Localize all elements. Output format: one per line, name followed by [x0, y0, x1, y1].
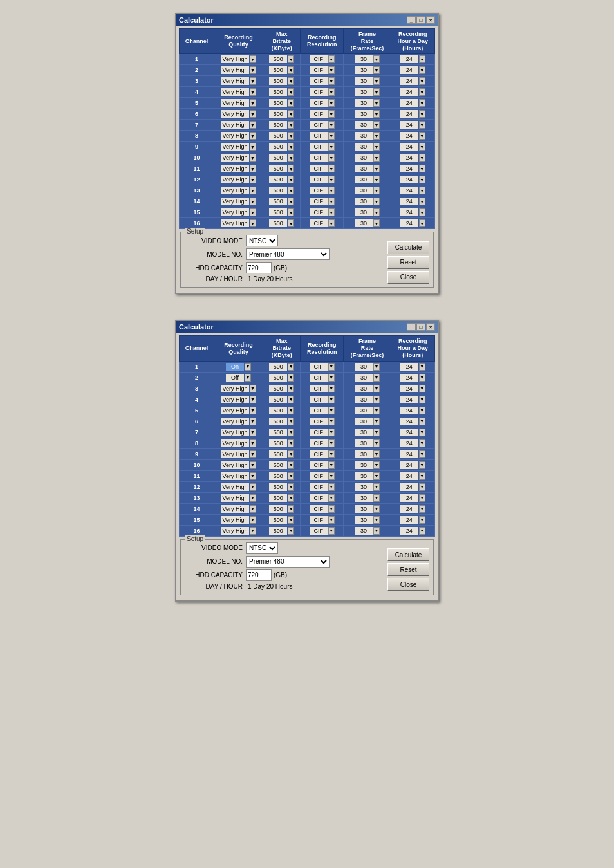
resolution-cell[interactable]: CIF ▼ [301, 361, 344, 372]
quality-cell[interactable]: Very High ▼ [214, 65, 263, 76]
calculate-button-2[interactable]: Calculate [387, 548, 429, 561]
hours-cell[interactable]: 24 ▼ [391, 163, 434, 174]
resolution-cell[interactable]: CIF ▼ [301, 87, 344, 98]
hours-cell[interactable]: 24 ▼ [391, 459, 434, 470]
hours-cell[interactable]: 24 ▼ [391, 152, 434, 163]
close-button-win2[interactable]: Close [387, 578, 429, 591]
hours-cell[interactable]: 24 ▼ [391, 109, 434, 120]
hours-cell[interactable]: 24 ▼ [391, 481, 434, 492]
bitrate-cell[interactable]: 500 ▼ [263, 514, 301, 525]
framerate-cell[interactable]: 30 ▼ [344, 131, 391, 142]
quality-cell[interactable]: Very High ▼ [214, 98, 263, 109]
resolution-cell[interactable]: CIF ▼ [301, 120, 344, 131]
hours-cell[interactable]: 24 ▼ [391, 470, 434, 481]
quality-cell[interactable]: Very High ▼ [214, 459, 263, 470]
hours-cell[interactable]: 24 ▼ [391, 525, 434, 536]
framerate-cell[interactable]: 30 ▼ [344, 470, 391, 481]
framerate-cell[interactable]: 30 ▼ [344, 514, 391, 525]
hours-cell[interactable]: 24 ▼ [391, 416, 434, 427]
bitrate-cell[interactable]: 500 ▼ [263, 372, 301, 383]
quality-cell[interactable]: Very High ▼ [214, 405, 263, 416]
framerate-cell[interactable]: 30 ▼ [344, 372, 391, 383]
resolution-cell[interactable]: CIF ▼ [301, 394, 344, 405]
quality-cell[interactable]: On ▼ [214, 361, 263, 372]
hours-cell[interactable]: 24 ▼ [391, 98, 434, 109]
quality-cell[interactable]: Very High ▼ [214, 163, 263, 174]
resolution-cell[interactable]: CIF ▼ [301, 152, 344, 163]
quality-cell[interactable]: Very High ▼ [214, 142, 263, 152]
resolution-cell[interactable]: CIF ▼ [301, 514, 344, 525]
quality-cell[interactable]: Very High ▼ [214, 448, 263, 459]
hours-cell[interactable]: 24 ▼ [391, 503, 434, 514]
close-button-1[interactable]: × [426, 16, 435, 24]
quality-cell[interactable]: Very High ▼ [214, 109, 263, 120]
bitrate-cell[interactable]: 500 ▼ [263, 54, 301, 65]
bitrate-cell[interactable]: 500 ▼ [263, 98, 301, 109]
minimize-button-2[interactable]: _ [407, 323, 416, 331]
hours-cell[interactable]: 24 ▼ [391, 131, 434, 142]
resolution-cell[interactable]: CIF ▼ [301, 218, 344, 229]
bitrate-cell[interactable]: 500 ▼ [263, 405, 301, 416]
bitrate-cell[interactable]: 500 ▼ [263, 87, 301, 98]
framerate-cell[interactable]: 30 ▼ [344, 76, 391, 87]
framerate-cell[interactable]: 30 ▼ [344, 448, 391, 459]
framerate-cell[interactable]: 30 ▼ [344, 481, 391, 492]
reset-button-1[interactable]: Reset [387, 256, 429, 269]
bitrate-cell[interactable]: 500 ▼ [263, 218, 301, 229]
maximize-button-1[interactable]: □ [416, 16, 425, 24]
bitrate-cell[interactable]: 500 ▼ [263, 492, 301, 503]
bitrate-cell[interactable]: 500 ▼ [263, 76, 301, 87]
framerate-cell[interactable]: 30 ▼ [344, 163, 391, 174]
quality-cell[interactable]: Very High ▼ [214, 481, 263, 492]
framerate-cell[interactable]: 30 ▼ [344, 427, 391, 438]
resolution-cell[interactable]: CIF ▼ [301, 503, 344, 514]
bitrate-cell[interactable]: 500 ▼ [263, 470, 301, 481]
bitrate-cell[interactable]: 500 ▼ [263, 185, 301, 196]
quality-cell[interactable]: Very High ▼ [214, 416, 263, 427]
bitrate-cell[interactable]: 500 ▼ [263, 196, 301, 207]
resolution-cell[interactable]: CIF ▼ [301, 383, 344, 394]
hours-cell[interactable]: 24 ▼ [391, 218, 434, 229]
quality-cell[interactable]: Very High ▼ [214, 438, 263, 448]
resolution-cell[interactable]: CIF ▼ [301, 459, 344, 470]
resolution-cell[interactable]: CIF ▼ [301, 492, 344, 503]
hours-cell[interactable]: 24 ▼ [391, 65, 434, 76]
hours-cell[interactable]: 24 ▼ [391, 492, 434, 503]
bitrate-cell[interactable]: 500 ▼ [263, 163, 301, 174]
hours-cell[interactable]: 24 ▼ [391, 120, 434, 131]
hours-cell[interactable]: 24 ▼ [391, 174, 434, 185]
framerate-cell[interactable]: 30 ▼ [344, 98, 391, 109]
bitrate-cell[interactable]: 500 ▼ [263, 207, 301, 218]
framerate-cell[interactable]: 30 ▼ [344, 120, 391, 131]
bitrate-cell[interactable]: 500 ▼ [263, 503, 301, 514]
quality-cell[interactable]: Very High ▼ [214, 470, 263, 481]
resolution-cell[interactable]: CIF ▼ [301, 76, 344, 87]
bitrate-cell[interactable]: 500 ▼ [263, 174, 301, 185]
quality-cell[interactable]: Very High ▼ [214, 152, 263, 163]
bitrate-cell[interactable]: 500 ▼ [263, 152, 301, 163]
resolution-cell[interactable]: CIF ▼ [301, 372, 344, 383]
quality-cell[interactable]: Very High ▼ [214, 218, 263, 229]
resolution-cell[interactable]: CIF ▼ [301, 448, 344, 459]
resolution-cell[interactable]: CIF ▼ [301, 196, 344, 207]
bitrate-cell[interactable]: 500 ▼ [263, 438, 301, 448]
resolution-cell[interactable]: CIF ▼ [301, 109, 344, 120]
quality-cell[interactable]: Very High ▼ [214, 207, 263, 218]
resolution-cell[interactable]: CIF ▼ [301, 185, 344, 196]
model-no-select-2[interactable]: Premier 480 [246, 556, 330, 568]
quality-cell[interactable]: Very High ▼ [214, 427, 263, 438]
bitrate-cell[interactable]: 500 ▼ [263, 142, 301, 152]
hours-cell[interactable]: 24 ▼ [391, 76, 434, 87]
bitrate-cell[interactable]: 500 ▼ [263, 427, 301, 438]
bitrate-cell[interactable]: 500 ▼ [263, 383, 301, 394]
framerate-cell[interactable]: 30 ▼ [344, 438, 391, 448]
resolution-cell[interactable]: CIF ▼ [301, 54, 344, 65]
framerate-cell[interactable]: 30 ▼ [344, 218, 391, 229]
framerate-cell[interactable]: 30 ▼ [344, 459, 391, 470]
framerate-cell[interactable]: 30 ▼ [344, 416, 391, 427]
quality-cell[interactable]: Very High ▼ [214, 54, 263, 65]
framerate-cell[interactable]: 30 ▼ [344, 109, 391, 120]
hours-cell[interactable]: 24 ▼ [391, 185, 434, 196]
bitrate-cell[interactable]: 500 ▼ [263, 120, 301, 131]
quality-cell[interactable]: Very High ▼ [214, 174, 263, 185]
